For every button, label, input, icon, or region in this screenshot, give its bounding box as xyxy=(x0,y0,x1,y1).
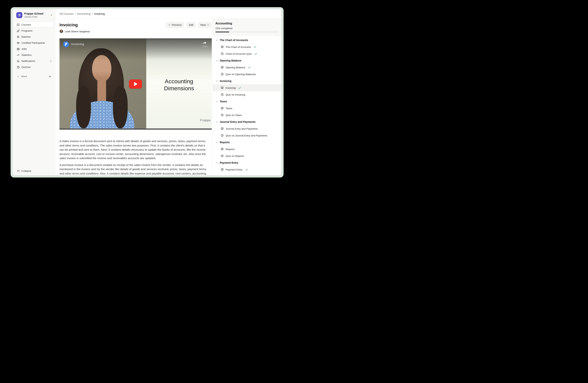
play-button[interactable] xyxy=(129,79,142,89)
collapse-label: Collapse xyxy=(21,170,31,172)
breadcrumb-all-courses[interactable]: All Courses xyxy=(60,12,74,15)
sidebar-item-label: Batches xyxy=(21,35,31,38)
previous-button[interactable]: Previous xyxy=(166,22,184,28)
page-title: Invoicing xyxy=(60,22,78,27)
outline-section-the-chart-of-accounts[interactable]: The Chart of Accounts xyxy=(213,37,281,43)
next-label: Next xyxy=(200,23,206,26)
presenter-neck-shape xyxy=(97,78,106,103)
outline-lesson-quiz-on-journal-entry-and-payments[interactable]: Quiz on Journal Entry and Payments xyxy=(213,132,281,139)
lesson-quiz-icon xyxy=(221,73,224,76)
sidebar-item-batches[interactable]: Batches xyxy=(15,34,53,39)
breadcrumb-accounting[interactable]: Accounting xyxy=(77,12,91,15)
workspace-labels: Frappe School Jannat Patel xyxy=(24,12,48,18)
course-progress-label: 22% completed xyxy=(215,27,278,30)
outline-lesson-quiz-on-invoicing[interactable]: Quiz on Invoicing xyxy=(213,91,281,98)
outline-section-title: Payment Entry xyxy=(220,161,238,164)
breadcrumb: All Courses / Accounting / Invoicing xyxy=(56,9,281,19)
frappe-watermark: Frappe xyxy=(200,119,211,122)
desktop-background: { "colors": { "frame_mint": "#dcebde", "… xyxy=(0,0,294,192)
sidebar-item-notifications[interactable]: Notifications1 xyxy=(15,58,53,64)
outline-lesson-label: Reports xyxy=(226,148,234,151)
presenter-hair-strand xyxy=(76,86,91,128)
sidebar-item-certified-participants[interactable]: Certified Participants xyxy=(15,40,53,46)
outline-section-invoicing[interactable]: Invoicing xyxy=(213,77,281,84)
outline-lesson-quiz-on-opening-balances[interactable]: Quiz on Opening Balances xyxy=(213,71,281,77)
outline-lesson-reports[interactable]: Reports xyxy=(213,146,281,153)
outline-lesson-label: Quiz on Opening Balances xyxy=(226,73,256,76)
author-avatar xyxy=(60,30,63,33)
outline-lesson-opening-balance[interactable]: Opening Balance xyxy=(213,64,281,71)
outline-section-title: Opening Balance xyxy=(220,59,241,62)
share-button[interactable]: Share xyxy=(202,41,208,48)
outline-lesson-quiz-on-taxes[interactable]: Quiz on Taxes xyxy=(213,112,281,118)
video-header: Invoicing xyxy=(60,38,212,50)
video-player[interactable]: Accounting Dimensions Invoicing xyxy=(60,38,212,130)
sidebar-item-more[interactable]: More xyxy=(15,74,53,79)
outline-lesson-label: Quiz on Taxes xyxy=(226,114,242,116)
chevron-down-icon[interactable] xyxy=(50,14,53,17)
edit-label: Edit xyxy=(189,23,193,26)
outline-section-title: Taxes xyxy=(220,100,227,103)
left-sidebar: Frappe School Jannat Patel CoursesProgra… xyxy=(13,9,56,176)
sidebar-item-quizzes[interactable]: Quizzes xyxy=(15,64,53,70)
breadcrumb-separator: / xyxy=(75,12,76,15)
lesson-video-icon xyxy=(221,107,224,110)
video-slide-text: Accounting Dimensions xyxy=(146,78,212,92)
frappe-school-logo-icon xyxy=(16,12,22,18)
chevron-right-icon xyxy=(17,75,20,78)
sidebar-item-jobs[interactable]: Jobs xyxy=(15,46,53,52)
slide-line-1: Accounting xyxy=(146,78,212,85)
outline-lesson-the-chart-of-accounts[interactable]: The Chart of Accounts xyxy=(213,43,281,50)
sidebar-item-label: Courses xyxy=(21,23,31,26)
lesson-quiz-icon xyxy=(221,154,224,157)
workspace-switcher[interactable]: Frappe School Jannat Patel xyxy=(15,11,53,19)
chevron-left-icon xyxy=(168,24,170,26)
outline-lesson-journal-entry-and-payments[interactable]: Journal Entry and Payments xyxy=(213,125,281,132)
play-icon xyxy=(134,82,138,86)
lesson-paragraph: A purchase invoice is a document created… xyxy=(60,163,209,176)
outline-section-reports[interactable]: Reports xyxy=(213,139,281,146)
bell-icon xyxy=(17,60,20,63)
lesson-video-icon xyxy=(221,127,224,130)
author-name: Linet Sherin Varghese xyxy=(65,30,90,33)
share-icon xyxy=(202,41,208,45)
outline-lesson-payment-entry[interactable]: Payment Entry xyxy=(213,166,281,173)
sidebar-item-programs[interactable]: Programs xyxy=(15,28,53,34)
next-button[interactable]: Next xyxy=(198,22,212,28)
sidebar-item-label: Jobs xyxy=(21,47,27,50)
chevron-down-icon xyxy=(216,141,218,144)
outline-section-taxes[interactable]: Taxes xyxy=(213,98,281,105)
plus-icon[interactable] xyxy=(48,75,52,78)
sidebar-item-statistics[interactable]: Statistics xyxy=(15,52,53,58)
sidebar-item-label: Statistics xyxy=(21,54,32,57)
briefcase-icon xyxy=(17,47,20,51)
outline-lesson-label: Journal Entry and Payments xyxy=(226,127,258,130)
lesson-video-icon xyxy=(221,168,224,171)
author-row: Linet Sherin Varghese xyxy=(60,30,212,33)
breadcrumb-current: Invoicing xyxy=(94,12,105,15)
sidebar-more-label: More xyxy=(21,75,27,78)
frappe-channel-avatar[interactable] xyxy=(63,41,69,47)
collapse-sidebar-button[interactable]: Collapse xyxy=(15,168,53,174)
outline-section-journal-entry-and-payments[interactable]: Journal Entry and Payments xyxy=(213,118,281,125)
sidebar-item-courses[interactable]: Courses xyxy=(15,22,53,27)
lesson-paragraph: A Sales invoice is a formal document sen… xyxy=(60,139,209,160)
outline-section-opening-balance[interactable]: Opening Balance xyxy=(213,57,281,64)
edit-button[interactable]: Edit xyxy=(186,22,196,28)
lesson-video-icon xyxy=(221,45,224,48)
completed-check-icon xyxy=(254,52,257,55)
outline-lesson-invoicing[interactable]: Invoicing xyxy=(213,84,281,91)
video-title[interactable]: Invoicing xyxy=(71,42,84,46)
outline-section-payment-entry[interactable]: Payment Entry xyxy=(213,159,281,166)
workspace-user: Jannat Patel xyxy=(24,16,48,18)
course-outline-panel: Accounting 22% completed The Chart of Ac… xyxy=(212,19,281,176)
sidebar-item-label: Programs xyxy=(21,29,33,32)
outline-lesson-chart-of-accounts-quiz[interactable]: Chart of Accounts Quiz xyxy=(213,50,281,57)
outline-lesson-taxes[interactable]: Taxes xyxy=(213,105,281,112)
lesson-quiz-icon xyxy=(221,114,224,116)
chevron-down-icon xyxy=(216,80,218,82)
outline-lesson-quiz-on-reports[interactable]: Quiz on Reports xyxy=(213,153,281,159)
course-outline-header: Accounting 22% completed xyxy=(213,19,281,35)
lesson-video-icon xyxy=(221,66,224,69)
lesson-body: A Sales invoice is a formal document sen… xyxy=(60,139,212,176)
